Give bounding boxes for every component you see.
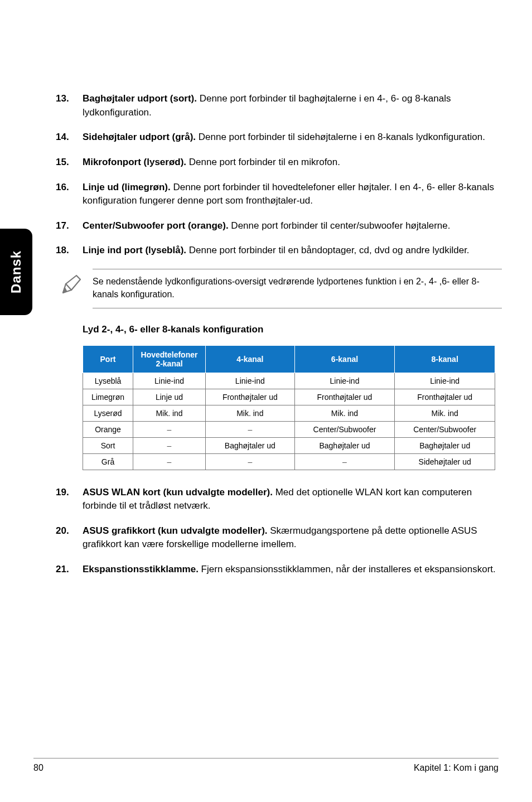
cell: – [133,421,206,437]
pencil-icon [59,269,93,299]
list-item: 18. Linje ind port (lyseblå). Denne port… [56,244,502,258]
list-item: 16. Linje ud (limegrøn). Denne port forb… [56,181,502,208]
cell: – [133,453,206,470]
item-number: 19. [56,486,83,513]
audio-config-table: Port Hovedtelefoner 2-kanal 4-kanal 6-ka… [83,345,495,470]
th-4kanal: 4-kanal [206,345,295,373]
item-number: 17. [56,219,83,233]
page-number: 80 [33,763,43,773]
item-lead: ASUS grafikkort (kun udvalgte modeller). [83,525,268,536]
item-lead: Baghøjtaler udport (sort). [83,93,197,104]
cell: – [133,437,206,453]
item-number: 13. [56,92,83,119]
item-lead: Linje ud (limegrøn). [83,182,171,192]
list-item: 21. Ekspanstionsstikklamme. Fjern ekspan… [56,563,502,577]
page-footer: 80 Kapitel 1: Kom i gang [0,758,532,773]
list-item: 13. Baghøjtaler udport (sort). Denne por… [56,92,502,119]
cell: Baghøjtaler ud [206,437,295,453]
list-item: 15. Mikrofonport (lyserød). Denne port f… [56,156,502,170]
item-number: 14. [56,131,83,144]
item-rest: Denne port forbinder til center/subwoofe… [229,220,451,231]
cell: Linie-ind [395,373,495,389]
item-body: Linje ud (limegrøn). Denne port forbinde… [83,181,502,208]
item-number: 18. [56,244,83,258]
item-number: 16. [56,181,83,208]
item-lead: Ekspanstionsstikklamme. [83,564,199,574]
cell: – [294,453,395,470]
main-content: 13. Baghøjtaler udport (sort). Denne por… [56,92,502,588]
th-2kanal: Hovedtelefoner 2-kanal [133,345,206,373]
cell: Sidehøjtaler ud [395,453,495,470]
cell: Center/Subwoofer [395,421,495,437]
cell: Sort [83,437,133,453]
item-number: 20. [56,524,83,552]
note-box: Se nedenstående lydkonfigurations-oversi… [59,269,502,308]
cell: Grå [83,453,133,470]
table-row: Lyserød Mik. ind Mik. ind Mik. ind Mik. … [83,405,495,421]
th-6kanal: 6-kanal [294,345,395,373]
item-rest: Denne port forbinder til sidehøjtalerne … [196,132,485,142]
cell: Linie-ind [294,373,395,389]
list-item: 17. Center/Subwoofer port (orange). Denn… [56,219,502,233]
item-rest: Fjern ekspansionsstikklammen, når der in… [199,564,496,574]
language-tab: Dansk [0,229,32,315]
item-lead: Center/Subwoofer port (orange). [83,220,229,231]
cell: – [206,453,295,470]
cell: Lyserød [83,405,133,421]
cell: Linie-ind [133,373,206,389]
chapter-label: Kapitel 1: Kom i gang [414,763,499,773]
lower-list: 19. ASUS WLAN kort (kun udvalgte modelle… [56,486,502,577]
cell: – [206,421,295,437]
item-body: Mikrofonport (lyserød). Denne port forbi… [83,156,502,170]
list-item: 14. Sidehøjtaler udport (grå). Denne por… [56,131,502,144]
table-row: Orange – – Center/Subwoofer Center/Subwo… [83,421,495,437]
item-lead: Linje ind port (lyseblå). [83,245,186,255]
item-body: Ekspanstionsstikklamme. Fjern ekspansion… [83,563,502,577]
th-port: Port [83,345,133,373]
item-number: 21. [56,563,83,577]
item-body: Linje ind port (lyseblå). Denne port for… [83,244,502,258]
list-item: 19. ASUS WLAN kort (kun udvalgte modelle… [56,486,502,513]
item-body: Baghøjtaler udport (sort). Denne port fo… [83,92,502,119]
item-body: Sidehøjtaler udport (grå). Denne port fo… [83,131,502,144]
table-row: Limegrøn Linje ud Fronthøjtaler ud Front… [83,389,495,405]
th-2kanal-line2: 2-kanal [137,359,202,368]
cell: Fronthøjtaler ud [294,389,395,405]
note-text: Se nedenstående lydkonfigurations-oversi… [93,269,502,308]
item-rest: Denne port forbinder til en båndoptager,… [186,245,470,255]
language-tab-label: Dansk [8,250,24,293]
item-body: ASUS WLAN kort (kun udvalgte modeller). … [83,486,502,513]
table-row: Lyseblå Linie-ind Linie-ind Linie-ind Li… [83,373,495,389]
cell: Baghøjtaler ud [294,437,395,453]
item-body: Center/Subwoofer port (orange). Denne po… [83,219,502,233]
footer-divider [33,758,499,758]
cell: Limegrøn [83,389,133,405]
table-header-row: Port Hovedtelefoner 2-kanal 4-kanal 6-ka… [83,345,495,373]
cell: Fronthøjtaler ud [206,389,295,405]
cell: Fronthøjtaler ud [395,389,495,405]
th-2kanal-line1: Hovedtelefoner [137,350,202,359]
th-8kanal: 8-kanal [395,345,495,373]
cell: Mik. ind [206,405,295,421]
cell: Mik. ind [133,405,206,421]
cell: Orange [83,421,133,437]
item-number: 15. [56,156,83,170]
table-title: Lyd 2-, 4-, 6- eller 8-kanals konfigurat… [83,324,502,335]
item-rest: Denne port forbinder til en mikrofon. [186,157,340,167]
cell: Center/Subwoofer [294,421,395,437]
item-body: ASUS grafikkort (kun udvalgte modeller).… [83,524,502,552]
cell: Mik. ind [294,405,395,421]
item-lead: Sidehøjtaler udport (grå). [83,132,196,142]
table-row: Grå – – – Sidehøjtaler ud [83,453,495,470]
item-lead: Mikrofonport (lyserød). [83,157,186,167]
table-row: Sort – Baghøjtaler ud Baghøjtaler ud Bag… [83,437,495,453]
cell: Mik. ind [395,405,495,421]
cell: Linie-ind [206,373,295,389]
list-item: 20. ASUS grafikkort (kun udvalgte modell… [56,524,502,552]
cell: Linje ud [133,389,206,405]
cell: Lyseblå [83,373,133,389]
item-lead: ASUS WLAN kort (kun udvalgte modeller). [83,487,273,497]
cell: Baghøjtaler ud [395,437,495,453]
